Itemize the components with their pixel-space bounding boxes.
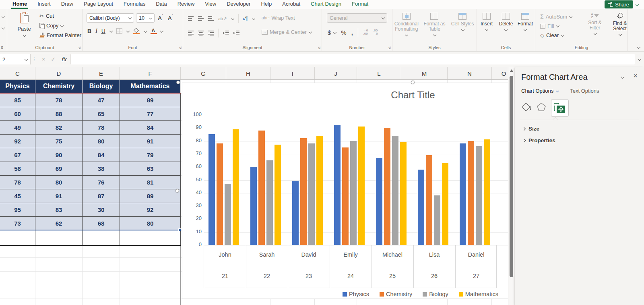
- insert-function-icon[interactable]: fx: [61, 56, 66, 62]
- table-cell[interactable]: 88: [35, 107, 83, 121]
- bar-physics-emily[interactable]: [334, 125, 341, 245]
- redo-dropdown-icon[interactable]: [2, 27, 4, 29]
- bar-biology-john[interactable]: [225, 184, 231, 245]
- scrollbar-thumb[interactable]: [510, 76, 513, 277]
- column-header-J[interactable]: J: [315, 67, 357, 80]
- table-cell[interactable]: 60: [0, 107, 35, 121]
- align-right-icon[interactable]: [208, 31, 214, 35]
- table-cell[interactable]: 63: [120, 162, 181, 176]
- formula-bar-expand-icon[interactable]: [638, 58, 641, 61]
- bar-chemistry-michael[interactable]: [384, 128, 390, 245]
- column-header-D[interactable]: D: [35, 67, 83, 80]
- sort-filter-button[interactable]: AZ Sort & Filter: [584, 13, 606, 36]
- table-cell[interactable]: 89: [120, 189, 181, 203]
- borders-icon[interactable]: [116, 28, 122, 34]
- underline-button[interactable]: U: [101, 28, 105, 34]
- bar-mathematics-lisa[interactable]: [442, 163, 448, 245]
- percent-button[interactable]: %: [341, 29, 346, 36]
- font-name-select[interactable]: Calibri (Body): [87, 13, 134, 23]
- align-middle-icon[interactable]: [198, 16, 204, 21]
- ribbon-tab-draw[interactable]: Draw: [56, 0, 78, 9]
- bar-physics-daniel[interactable]: [460, 143, 466, 245]
- bar-biology-lisa[interactable]: [434, 195, 440, 245]
- ribbon-tab-formulas[interactable]: Formulas: [118, 0, 151, 9]
- table-header-cell[interactable]: Physics: [0, 80, 35, 93]
- bar-mathematics-sarah[interactable]: [275, 145, 281, 245]
- cell-styles-button[interactable]: Cell Styles: [449, 13, 477, 31]
- confirm-entry-icon[interactable]: ✓: [51, 56, 56, 62]
- cut-button[interactable]: ✂Cut: [39, 13, 81, 19]
- bar-mathematics-michael[interactable]: [400, 142, 407, 245]
- bar-biology-daniel[interactable]: [476, 146, 482, 245]
- bar-physics-lisa[interactable]: [418, 170, 424, 245]
- column-header-M[interactable]: M: [401, 67, 448, 80]
- font-color-icon[interactable]: A: [151, 28, 156, 34]
- table-cell[interactable]: 69: [35, 162, 83, 176]
- table-cell[interactable]: 91: [35, 189, 83, 203]
- comma-button[interactable]: ,: [351, 29, 353, 36]
- orientation-dropdown-icon[interactable]: [231, 17, 234, 20]
- column-header-F[interactable]: F: [120, 67, 181, 80]
- orientation-icon[interactable]: ab↗: [218, 16, 227, 21]
- clear-button[interactable]: ◇Clear: [540, 32, 572, 38]
- paste-button[interactable]: Paste: [14, 12, 35, 38]
- name-box[interactable]: 2: [0, 54, 31, 64]
- selection-fill-handle[interactable]: [178, 228, 181, 231]
- scroll-up-icon[interactable]: [510, 69, 513, 72]
- decrease-indent-icon[interactable]: [223, 31, 229, 35]
- chart-handle-top-center[interactable]: [411, 81, 415, 84]
- ribbon-tab-help[interactable]: Help: [256, 0, 277, 9]
- currency-dropdown-icon[interactable]: [333, 31, 336, 34]
- fill-color-dropdown-icon[interactable]: [144, 30, 147, 33]
- table-cell[interactable]: 67: [0, 148, 35, 162]
- table-cell[interactable]: 78: [0, 176, 35, 189]
- clipboard-dialog-launcher[interactable]: ⇲: [78, 46, 81, 50]
- table-cell[interactable]: 91: [120, 135, 181, 148]
- decrease-font-size-button[interactable]: Aˇ: [167, 15, 174, 21]
- pane-dropdown-icon[interactable]: [621, 76, 624, 79]
- column-header-E[interactable]: E: [83, 67, 120, 80]
- bar-biology-emily[interactable]: [350, 141, 357, 245]
- share-button[interactable]: Share: [605, 0, 633, 8]
- table-cell[interactable]: 62: [35, 217, 83, 230]
- font-dialog-launcher[interactable]: ⇲: [178, 46, 182, 50]
- insert-cells-button[interactable]: Insert: [477, 13, 496, 31]
- legend-item-mathematics[interactable]: Mathematics: [459, 291, 498, 297]
- cancel-entry-icon[interactable]: ×: [42, 56, 45, 62]
- table-cell[interactable]: 65: [83, 107, 120, 121]
- table-cell[interactable]: 58: [0, 162, 35, 176]
- ribbon-tab-data[interactable]: Data: [151, 0, 172, 9]
- fill-color-icon[interactable]: [133, 28, 140, 34]
- bar-biology-sarah[interactable]: [266, 160, 273, 245]
- table-cell[interactable]: 68: [83, 217, 120, 230]
- ribbon-tab-insert[interactable]: Insert: [32, 0, 56, 9]
- format-as-table-button[interactable]: Format as Table: [421, 13, 448, 36]
- chart-handle-top-left[interactable]: [176, 81, 180, 84]
- number-format-select[interactable]: General: [327, 13, 387, 23]
- table-cell[interactable]: 77: [120, 107, 181, 121]
- formula-bar-grip-icon[interactable]: ⋮: [31, 56, 38, 62]
- align-top-icon[interactable]: [188, 16, 194, 21]
- copy-dropdown-icon[interactable]: [60, 24, 63, 27]
- ribbon-tab-view[interactable]: View: [200, 0, 221, 9]
- chart-title[interactable]: Chart Title: [349, 89, 477, 101]
- pane-section-size[interactable]: Size: [523, 126, 555, 132]
- bar-physics-michael[interactable]: [376, 158, 382, 245]
- column-header-L[interactable]: L: [357, 67, 401, 80]
- name-box-dropdown-icon[interactable]: [25, 58, 27, 61]
- column-header-H[interactable]: H: [226, 67, 270, 80]
- table-cell[interactable]: 85: [0, 93, 35, 107]
- text-direction-dropdown-icon[interactable]: [252, 17, 255, 20]
- table-cell[interactable]: 73: [0, 217, 35, 230]
- column-header-N[interactable]: N: [448, 67, 492, 80]
- copy-button[interactable]: Copy: [39, 23, 81, 29]
- bar-mathematics-john[interactable]: [233, 129, 239, 245]
- increase-font-size-button[interactable]: A^: [157, 15, 165, 21]
- legend-item-biology[interactable]: Biology: [423, 291, 448, 297]
- empty-bordered-row[interactable]: [0, 230, 181, 246]
- pane-close-icon[interactable]: ×: [633, 72, 638, 80]
- align-bottom-icon[interactable]: [208, 16, 214, 21]
- table-cell[interactable]: 38: [83, 162, 120, 176]
- table-cell[interactable]: 80: [83, 135, 120, 148]
- format-cells-button[interactable]: Format: [516, 13, 535, 31]
